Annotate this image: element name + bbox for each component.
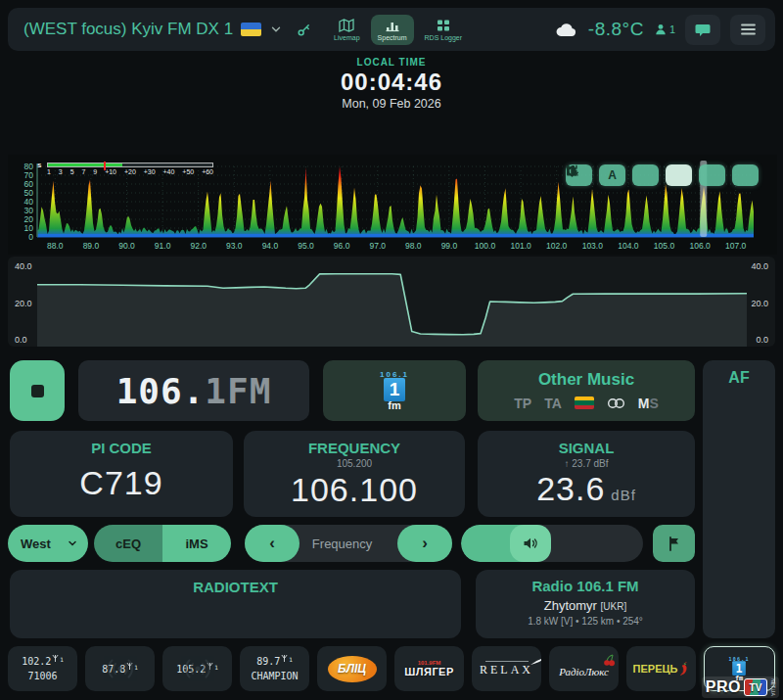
flag-icon [668,537,681,551]
relax-logo: RELAX [480,661,533,677]
station-country: [UKR] [601,601,627,612]
nav-rds-logger-button[interactable]: RDS Logger [418,15,470,45]
svg-text:40.0: 40.0 [751,261,768,271]
frequency-down-button[interactable]: ‹ [245,525,299,562]
stop-icon [31,385,44,397]
antenna-icon [281,654,288,663]
perets-logo: ПЕРЕЦЬ [633,661,690,677]
svg-text:96.0: 96.0 [334,241,350,251]
stop-button[interactable] [10,360,65,421]
station-name: Radio 106.1 FM [531,578,638,594]
top-nav: Livemap Spectrum RDS Logger [327,15,469,45]
preset-button-relax[interactable]: RELAX [472,646,541,691]
s-meter-ticks: 13579+10+20+30+40+50+60 [47,168,213,175]
radiotext-title: RADIOTEXT [10,579,461,595]
svg-text:89.0: 89.0 [83,241,100,251]
speaker-icon [523,537,538,550]
spectrum-refresh-button[interactable] [732,164,759,186]
frequency-panel: FREQUENCY 105.200 106.100 [244,431,465,517]
listeners: 1 [654,23,675,36]
ukraine-flag-icon [241,23,261,36]
eq-ims-toggle: cEQ iMS [94,525,231,562]
volume-slider[interactable] [461,525,643,562]
signal-panel: SIGNAL ↑ 23.7 dBf 23.6dBf [478,431,695,517]
pepper-icon [678,662,689,676]
preset-button-2[interactable]: 87.81 [85,646,155,691]
nav-livemap-button[interactable]: Livemap [327,15,366,45]
frequency-display-suffix: 1FM [205,371,271,411]
temperature: -8.8°C [588,19,644,40]
spectrum-auto-button[interactable]: A [599,164,625,186]
antenna-select[interactable]: West [8,525,88,562]
nav-spectrum-button[interactable]: Spectrum [371,15,414,45]
hamburger-icon [741,23,756,35]
signal-title: SIGNAL [559,440,615,456]
radio-waves-icon [104,652,137,685]
svg-text:107.0: 107.0 [725,241,747,251]
blits-logo: БЛІЦ [328,656,377,682]
chevron-down-icon[interactable] [269,23,283,36]
svg-text:93.0: 93.0 [226,241,243,251]
server-title[interactable]: (WEST focus) Kyiv FM DX 1 [23,20,233,39]
cloud-icon [555,22,578,38]
chat-button[interactable] [685,15,720,45]
radiotext-panel: RADIOTEXT [10,570,461,638]
frequency-up-button[interactable]: › [397,525,452,562]
signal-unit: dBf [611,487,636,503]
svg-text:99.0: 99.0 [441,241,458,251]
local-time-value: 00:04:46 [0,69,783,97]
map-icon [339,19,354,32]
svg-text:101.0: 101.0 [510,241,531,251]
lux-logo: РадіоЛюкс [559,658,609,680]
swoosh-icon [530,658,541,666]
preset-button-perets[interactable]: ПЕРЕЦЬ [626,646,696,691]
antenna-icon [52,654,59,663]
signal-history-chart: 40.040.020.020.00.00.0 [8,257,775,347]
rds-flags-row: TP TA MS [514,395,659,412]
svg-text:20.0: 20.0 [751,299,768,308]
local-time-block: LOCAL TIME 00:04:46 Mon, 09 Feb 2026 [0,57,783,112]
pi-code-title: PI CODE [91,440,152,456]
frequency-display-main: 106. [116,371,206,411]
volume-knob[interactable] [510,525,551,562]
spectrum-graph-button[interactable] [666,164,692,186]
svg-text:102.0: 102.0 [546,241,568,251]
menu-button[interactable] [730,15,765,45]
local-date: Mon, 09 Feb 2026 [0,97,783,112]
report-flag-button[interactable] [653,525,695,562]
preset-button-blits[interactable]: БЛІЦ [317,646,387,691]
svg-text:104.0: 104.0 [618,241,639,251]
s-meter-label: s [37,161,41,169]
frequency-display[interactable]: 106.1FM [78,360,309,421]
svg-text:0: 0 [28,232,33,242]
eq-button[interactable]: cEQ [94,525,162,562]
station-logo-106-1-fm: 106.1 1 fm [380,371,409,411]
s-meter-fill [48,163,122,166]
refresh-icon [566,164,578,177]
cherries-icon [603,654,617,667]
listener-count: 1 [669,23,675,35]
svg-text:95.0: 95.0 [298,241,314,251]
preset-button-3[interactable]: 105.21 [162,646,232,691]
s-meter-bar [47,163,213,167]
svg-text:40.0: 40.0 [15,261,32,271]
signal-history-panel: 40.040.020.020.00.00.0 [8,257,775,347]
frequency-title: FREQUENCY [308,440,400,456]
station-logo-panel: 106.1 1 fm [323,360,466,421]
spectrum-scale-button[interactable] [632,164,659,186]
station-info-panel: Radio 106.1 FM Zhytomyr [UKR] 1.8 kW [V]… [476,570,695,638]
preset-button-1[interactable]: 102.21 71006 [8,646,77,691]
key-icon[interactable] [297,23,311,37]
spectrum-pause-button[interactable] [699,164,725,186]
preset-button-lux[interactable]: РадіоЛюкс [549,646,619,691]
preset-button-shlyager[interactable]: 101.9FM ШЛЯГЕР [394,646,464,691]
spectrum-chart-icon [385,19,400,32]
frequency-secondary: 105.200 [337,459,372,469]
ims-button[interactable]: iMS [162,525,231,562]
frequency-value: 106.100 [291,471,418,509]
svg-text:88.0: 88.0 [47,241,64,251]
preset-button-4[interactable]: 89.71 CHAMPION [240,646,309,691]
top-bar-right: -8.8°C 1 [555,15,765,45]
af-list-panel: AF [703,360,775,638]
shlyager-logo: 101.9FM ШЛЯГЕР [404,660,454,678]
